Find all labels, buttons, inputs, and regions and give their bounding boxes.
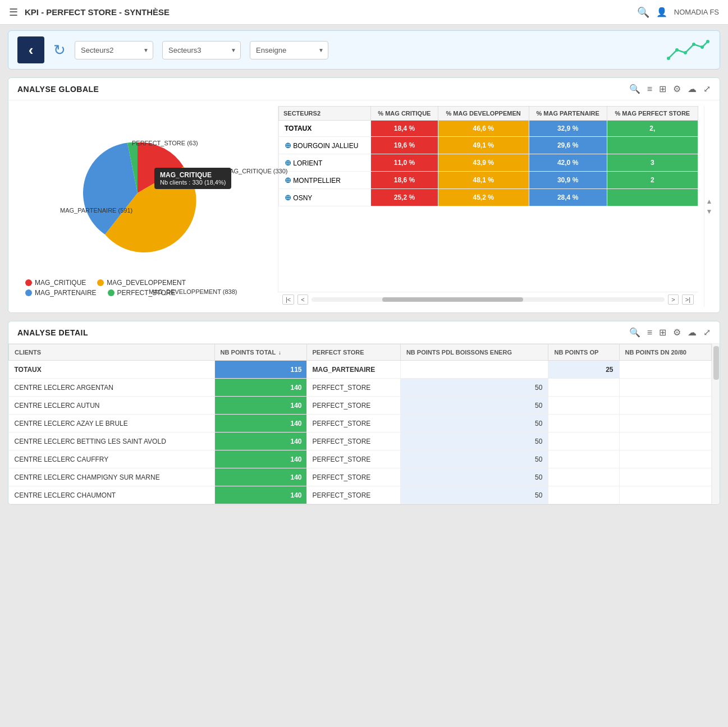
scroll-up-icon[interactable]: ▲ — [706, 197, 713, 205]
client-cell: CENTRE LECLERC AZAY LE BRULE — [9, 415, 215, 432]
analyse-globale-tools: 🔍 ≡ ⊞ ⚙ ☁ ⤢ — [629, 84, 711, 94]
expand-btn[interactable]: ⊕ — [285, 141, 291, 150]
store-cell: PERFECT_STORE — [306, 486, 400, 504]
th-perfect-store: PERFECT STORE — [306, 344, 400, 361]
search-tool-icon[interactable]: 🔍 — [629, 84, 640, 94]
enseigne-select[interactable]: Enseigne — [250, 41, 328, 59]
nav-next[interactable]: > — [668, 295, 678, 305]
dn-cell — [619, 432, 711, 450]
filter-tool2-icon[interactable]: ≡ — [647, 328, 652, 338]
cloud-tool-icon[interactable]: ☁ — [688, 84, 697, 94]
legend-dot-developpement — [97, 279, 104, 286]
dn-cell — [619, 415, 711, 432]
expand-tool2-icon[interactable]: ⤢ — [703, 327, 711, 338]
user-icon[interactable]: 👤 — [656, 7, 667, 17]
filter-bar: ‹ ↻ Secteurs2 Secteurs3 Enseigne — [8, 30, 720, 70]
client-cell: CENTRE LECLERC CHAMPIGNY SUR MARNE — [9, 468, 215, 486]
h-scrollbar-thumb — [382, 297, 524, 302]
th-clients: CLIENTS — [9, 344, 215, 361]
op-cell — [548, 486, 619, 504]
client-cell: CENTRE LECLERC BETTING LES SAINT AVOLD — [9, 432, 215, 450]
cloud-tool2-icon[interactable]: ☁ — [688, 327, 697, 338]
legend-item-developpement: MAG_DEVELOPPEMENT — [97, 279, 186, 287]
th-nb-points[interactable]: NB POINTS TOTAL ↓ — [214, 344, 306, 361]
secteurs2-wrapper: Secteurs2 — [75, 41, 153, 59]
dn-cell — [619, 486, 711, 504]
h-scrollbar[interactable] — [312, 297, 665, 302]
grid-tool-icon[interactable]: ⊞ — [659, 84, 666, 94]
grid-tool2-icon[interactable]: ⊞ — [659, 327, 666, 338]
detail-v-scrollbar[interactable] — [712, 344, 720, 504]
settings-tool-icon[interactable]: ⚙ — [673, 84, 681, 94]
globale-data-table: SECTEURS2 % MAG CRITIQUE % MAG DEVELOPPE… — [278, 106, 698, 206]
search-icon[interactable]: 🔍 — [637, 6, 649, 19]
th-perfect: % MAG PERFECT STORE — [607, 107, 698, 121]
table-row: CENTRE LECLERC CAUFFRY140PERFECT_STORE50 — [9, 450, 712, 468]
op-cell: 25 — [548, 361, 619, 379]
top-icons: 🔍 👤 NOMADIA FS — [637, 6, 719, 19]
op-cell — [548, 397, 619, 415]
bar-cell: 140 — [214, 468, 306, 486]
bar-cell: 140 — [214, 432, 306, 450]
settings-tool2-icon[interactable]: ⚙ — [673, 327, 681, 338]
th-partenaire: % MAG PARTENAIRE — [529, 107, 607, 121]
dn-cell — [619, 397, 711, 415]
store-cell: PERFECT_STORE — [306, 397, 400, 415]
expand-btn[interactable]: ⊕ — [285, 193, 291, 202]
analyse-detail-title: ANALYSE DETAIL — [17, 328, 88, 337]
globale-table-container: SECTEURS2 % MAG CRITIQUE % MAG DEVELOPPE… — [278, 106, 698, 307]
secteurs2-select[interactable]: Secteurs2 — [75, 41, 153, 59]
analyse-detail-panel: ANALYSE DETAIL 🔍 ≡ ⊞ ⚙ ☁ ⤢ CLIENTS NB PO… — [8, 321, 720, 505]
client-cell: TOTAUX — [9, 361, 215, 379]
expand-tool-icon[interactable]: ⤢ — [703, 84, 711, 94]
svg-point-3 — [692, 43, 695, 46]
analyse-globale-body: MAG_CRITIQUE Nb clients : 330 (18,4%) PE… — [8, 100, 720, 312]
store-cell: PERFECT_STORE — [306, 415, 400, 432]
pdl-cell: 50 — [400, 379, 548, 397]
dn-cell — [619, 450, 711, 468]
pie-label-critique: MAG_CRITIQUE (330) — [225, 168, 287, 174]
table-row: CENTRE LECLERC ARGENTAN140PERFECT_STORE5… — [9, 379, 712, 397]
table-row: CENTRE LECLERC AUTUN140PERFECT_STORE50 — [9, 397, 712, 415]
nav-last[interactable]: >| — [682, 295, 694, 305]
legend-label-developpement: MAG_DEVELOPPEMENT — [107, 279, 186, 287]
legend-label-critique: MAG_CRITIQUE — [35, 279, 86, 287]
detail-table-area: CLIENTS NB POINTS TOTAL ↓ PERFECT STORE … — [8, 344, 720, 504]
store-cell: PERFECT_STORE — [306, 432, 400, 450]
bar-cell: 140 — [214, 486, 306, 504]
client-cell: CENTRE LECLERC ARGENTAN — [9, 379, 215, 397]
legend-label-partenaire: MAG_PARTENAIRE — [35, 289, 97, 297]
legend-item-partenaire: MAG_PARTENAIRE — [25, 289, 97, 297]
pdl-cell: 50 — [400, 486, 548, 504]
th-developpement: % MAG DEVELOPPEMEN — [438, 107, 529, 121]
top-bar: ☰ KPI - PERFECT STORE - SYNTHÈSE 🔍 👤 NOM… — [0, 0, 728, 25]
nav-prev[interactable]: < — [297, 295, 308, 305]
back-button[interactable]: ‹ — [17, 36, 44, 63]
analyse-detail-header: ANALYSE DETAIL 🔍 ≡ ⊞ ⚙ ☁ ⤢ — [8, 321, 720, 344]
dn-cell — [619, 379, 711, 397]
th-pdl: NB POINTS PDL BOISSONS ENERG — [400, 344, 548, 361]
search-tool2-icon[interactable]: 🔍 — [629, 327, 640, 338]
menu-icon[interactable]: ☰ — [9, 6, 18, 19]
op-cell — [548, 415, 619, 432]
pdl-cell: 50 — [400, 397, 548, 415]
secteurs3-select[interactable]: Secteurs3 — [162, 41, 241, 59]
refresh-button[interactable]: ↻ — [53, 42, 66, 59]
table-row: CENTRE LECLERC AZAY LE BRULE140PERFECT_S… — [9, 415, 712, 432]
th-secteurs2: SECTEURS2 — [279, 107, 371, 121]
op-cell — [548, 379, 619, 397]
scroll-down-icon[interactable]: ▼ — [706, 208, 713, 215]
nav-first[interactable]: |< — [282, 295, 294, 305]
filter-tool-icon[interactable]: ≡ — [647, 84, 652, 94]
svg-point-5 — [706, 40, 709, 43]
user-label: NOMADIA FS — [674, 8, 719, 16]
table-row: CENTRE LECLERC CHAUMONT140PERFECT_STORE5… — [9, 486, 712, 504]
enseigne-wrapper: Enseigne — [250, 41, 328, 59]
expand-btn[interactable]: ⊕ — [285, 176, 291, 185]
refresh-icon: ↻ — [53, 42, 66, 59]
main-content: ‹ ↻ Secteurs2 Secteurs3 Enseigne — [0, 25, 728, 518]
pdl-cell: 50 — [400, 432, 548, 450]
v-scroll-area: ▲ ▼ — [704, 106, 714, 307]
expand-btn[interactable]: ⊕ — [285, 158, 291, 167]
legend-item-critique: MAG_CRITIQUE — [25, 279, 86, 287]
